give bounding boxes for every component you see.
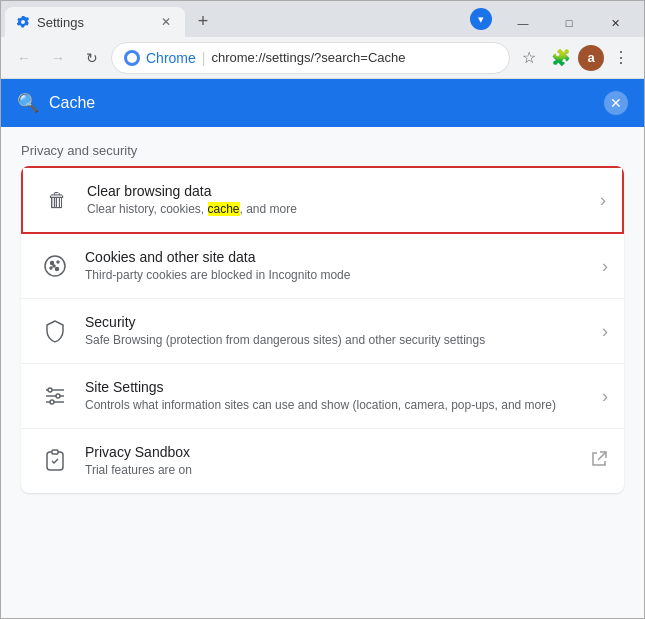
security-icon [37,313,73,349]
tab-strip: Settings ✕ + [1,5,462,37]
url-separator: | [202,50,206,66]
site-security-icon [124,50,140,66]
window-frame: Settings ✕ + ▾ — □ ✕ ← → ↻ Chrome | chro… [0,0,645,619]
svg-point-3 [57,261,59,263]
bookmark-button[interactable]: ☆ [514,43,544,73]
clear-browsing-title: Clear browsing data [87,183,600,199]
svg-point-12 [50,400,54,404]
url-brand: Chrome [146,50,196,66]
desc-before: Clear history, cookies, [87,202,208,216]
site-settings-content: Site Settings Controls what information … [85,379,602,414]
tab-favicon [15,14,31,30]
search-clear-button[interactable]: ✕ [604,91,628,115]
privacy-sandbox-external-icon [590,450,608,472]
privacy-sandbox-desc: Trial features are on [85,462,590,479]
security-arrow: › [602,321,608,342]
toolbar: ← → ↻ Chrome | chrome://settings/?search… [1,37,644,79]
reload-button[interactable]: ↻ [77,43,107,73]
window-controls: — □ ✕ [500,5,644,37]
extensions-button[interactable]: 🧩 [546,43,576,73]
clear-browsing-desc: Clear history, cookies, cache, and more [87,201,600,218]
site-settings-desc: Controls what information sites can use … [85,397,602,414]
svg-point-5 [56,268,59,271]
svg-point-2 [51,262,54,265]
new-tab-button[interactable]: + [189,7,217,35]
desc-after: , and more [240,202,297,216]
profile-avatar[interactable]: a [578,45,604,71]
section-title: Privacy and security [21,143,624,158]
clear-browsing-content: Clear browsing data Clear history, cooki… [87,183,600,218]
settings-item-site-settings[interactable]: Site Settings Controls what information … [21,364,624,429]
url-path: chrome://settings/?search=Cache [211,50,405,65]
back-button[interactable]: ← [9,43,39,73]
security-desc: Safe Browsing (protection from dangerous… [85,332,602,349]
settings-item-clear-browsing[interactable]: 🗑 Clear browsing data Clear history, coo… [21,166,624,234]
security-content: Security Safe Browsing (protection from … [85,314,602,349]
settings-card: 🗑 Clear browsing data Clear history, coo… [21,166,624,493]
clear-browsing-arrow: › [600,190,606,211]
cache-highlight: cache [208,202,240,216]
cookies-arrow: › [602,256,608,277]
maximize-button[interactable]: □ [546,9,592,37]
title-bar: Settings ✕ + ▾ — □ ✕ [1,1,644,37]
site-settings-title: Site Settings [85,379,602,395]
svg-point-10 [48,388,52,392]
active-tab[interactable]: Settings ✕ [5,7,185,37]
profile-dropdown[interactable]: ▾ [470,8,492,30]
svg-point-6 [53,265,55,267]
search-bar: 🔍 ✕ [1,79,644,127]
svg-point-0 [127,53,137,63]
cookies-icon [37,248,73,284]
cookies-desc: Third-party cookies are blocked in Incog… [85,267,602,284]
security-title: Security [85,314,602,330]
svg-point-4 [50,267,52,269]
settings-item-security[interactable]: Security Safe Browsing (protection from … [21,299,624,364]
search-input[interactable] [49,94,594,112]
privacy-sandbox-content: Privacy Sandbox Trial features are on [85,444,590,479]
privacy-sandbox-title: Privacy Sandbox [85,444,590,460]
toolbar-right: ☆ 🧩 a ⋮ [514,43,636,73]
address-bar[interactable]: Chrome | chrome://settings/?search=Cache [111,42,510,74]
settings-content: Privacy and security 🗑 Clear browsing da… [1,127,644,618]
settings-item-privacy-sandbox[interactable]: Privacy Sandbox Trial features are on [21,429,624,493]
settings-item-cookies[interactable]: Cookies and other site data Third-party … [21,234,624,299]
svg-rect-13 [52,450,58,454]
site-settings-icon [37,378,73,414]
close-button[interactable]: ✕ [592,9,638,37]
minimize-button[interactable]: — [500,9,546,37]
tab-title: Settings [37,15,151,30]
svg-point-11 [56,394,60,398]
site-settings-arrow: › [602,386,608,407]
search-icon: 🔍 [17,92,39,114]
forward-button[interactable]: → [43,43,73,73]
menu-button[interactable]: ⋮ [606,43,636,73]
clear-browsing-icon: 🗑 [39,182,75,218]
privacy-sandbox-icon [37,443,73,479]
cookies-content: Cookies and other site data Third-party … [85,249,602,284]
tab-close-button[interactable]: ✕ [157,13,175,31]
cookies-title: Cookies and other site data [85,249,602,265]
